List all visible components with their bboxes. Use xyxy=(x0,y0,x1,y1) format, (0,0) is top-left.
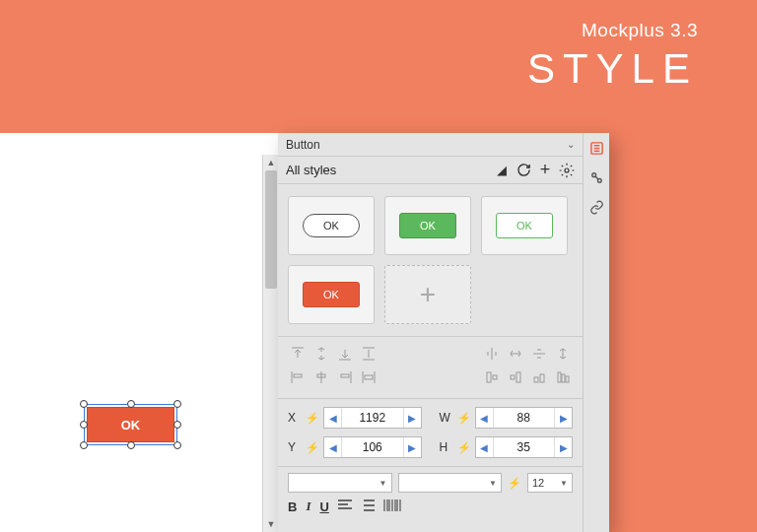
svg-rect-16 xyxy=(487,372,491,382)
svg-rect-8 xyxy=(294,374,302,377)
font-weight-dropdown[interactable]: ▼ xyxy=(398,473,503,493)
style-thumb-orange[interactable]: OK xyxy=(288,265,375,324)
align-v-center-icon[interactable] xyxy=(311,345,331,363)
text-section: ▼ ▼ ⚡ 12▼ B I U xyxy=(278,467,583,520)
canvas[interactable]: OK xyxy=(0,133,278,532)
banner: Mockplus 3.3 STYLE xyxy=(0,0,757,118)
text-align-icon[interactable] xyxy=(338,499,352,514)
gear-icon[interactable] xyxy=(559,163,575,178)
decrement-icon[interactable]: ◀ xyxy=(324,408,342,428)
svg-rect-22 xyxy=(558,372,561,382)
svg-rect-21 xyxy=(540,374,544,382)
increment-icon[interactable]: ▶ xyxy=(554,437,572,457)
svg-rect-15 xyxy=(365,375,373,379)
decrement-icon[interactable]: ◀ xyxy=(476,408,494,428)
alignment-section xyxy=(278,337,583,399)
scroll-thumb[interactable] xyxy=(265,170,277,289)
y-input[interactable]: ◀ 106 ▶ xyxy=(323,436,422,458)
align-left-icon[interactable] xyxy=(288,368,308,386)
banner-title: Mockplus 3.3 xyxy=(0,20,698,41)
w-row: W ⚡ ◀ 88 ▶ xyxy=(440,407,574,429)
refresh-icon[interactable] xyxy=(516,163,531,178)
resize-handle-mr[interactable] xyxy=(173,421,181,429)
plus-icon[interactable]: + xyxy=(537,163,553,178)
triangle-icon[interactable]: ◢ xyxy=(494,163,510,178)
collapse-icon[interactable]: ⌄ xyxy=(567,139,575,150)
button-element[interactable]: OK xyxy=(87,407,174,442)
increment-icon[interactable]: ▶ xyxy=(403,437,421,457)
arrange-1-icon[interactable] xyxy=(482,368,502,386)
svg-rect-23 xyxy=(562,374,565,382)
resize-handle-tl[interactable] xyxy=(80,400,88,408)
decrement-icon[interactable]: ◀ xyxy=(476,437,494,457)
svg-rect-20 xyxy=(534,377,538,382)
bolt-icon[interactable]: ⚡ xyxy=(457,412,471,425)
scroll-down-icon[interactable]: ▼ xyxy=(263,516,279,532)
bold-button[interactable]: B xyxy=(288,499,297,514)
font-size-dropdown[interactable]: 12▼ xyxy=(527,473,573,493)
svg-rect-12 xyxy=(341,374,349,377)
underline-button[interactable]: U xyxy=(319,499,328,514)
dist-h-icon[interactable] xyxy=(482,345,502,363)
interactions-tab-icon[interactable] xyxy=(587,168,605,186)
italic-button[interactable]: I xyxy=(306,499,310,514)
styles-label[interactable]: All styles xyxy=(286,163,336,177)
align-top-icon[interactable] xyxy=(288,345,308,363)
bolt-icon[interactable]: ⚡ xyxy=(457,441,471,454)
selected-element[interactable]: OK xyxy=(84,404,177,445)
coordinates-section: X ⚡ ◀ 1192 ▶ W ⚡ ◀ 88 ▶ Y ⚡ xyxy=(278,399,583,467)
h-row: H ⚡ ◀ 35 ▶ xyxy=(440,436,574,458)
y-row: Y ⚡ ◀ 106 ▶ xyxy=(288,436,422,458)
align-stretch-v-icon[interactable] xyxy=(359,345,378,363)
align-right-icon[interactable] xyxy=(335,368,355,386)
resize-handle-bl[interactable] xyxy=(80,441,88,449)
styles-toolbar: All styles ◢ + xyxy=(278,157,583,184)
align-h-center-icon[interactable] xyxy=(311,368,331,386)
svg-rect-17 xyxy=(493,375,497,379)
arrange-4-icon[interactable] xyxy=(553,368,573,386)
dist-v-space-icon[interactable] xyxy=(553,345,573,363)
line-height-icon[interactable] xyxy=(361,499,375,514)
plus-big-icon: + xyxy=(420,279,436,310)
x-input[interactable]: ◀ 1192 ▶ xyxy=(323,407,422,429)
arrange-2-icon[interactable] xyxy=(506,368,525,386)
dist-h-space-icon[interactable] xyxy=(506,345,525,363)
resize-handle-bc[interactable] xyxy=(127,441,135,449)
w-input[interactable]: ◀ 88 ▶ xyxy=(475,407,574,429)
increment-icon[interactable]: ▶ xyxy=(554,408,572,428)
arrange-3-icon[interactable] xyxy=(529,368,549,386)
bolt-icon[interactable]: ⚡ xyxy=(306,441,319,454)
style-thumb-pill[interactable]: OK xyxy=(288,196,375,255)
font-family-dropdown[interactable]: ▼ xyxy=(288,473,392,493)
h-input[interactable]: ◀ 35 ▶ xyxy=(475,436,574,458)
style-thumb-outline[interactable]: OK xyxy=(481,196,568,255)
panel-sidebar xyxy=(584,133,609,532)
style-thumbnails: OK OK OK OK + xyxy=(278,184,583,337)
align-stretch-h-icon[interactable] xyxy=(359,368,378,386)
style-thumb-green[interactable]: OK xyxy=(384,196,471,255)
vertical-scrollbar[interactable]: ▲ ▼ xyxy=(262,155,278,532)
scroll-up-icon[interactable]: ▲ xyxy=(263,155,279,170)
svg-rect-24 xyxy=(566,376,569,382)
properties-panel: Button ⌄ All styles ◢ + OK OK OK OK + xyxy=(278,133,609,532)
barcode-icon[interactable] xyxy=(383,499,401,514)
banner-subtitle: STYLE xyxy=(0,45,698,93)
resize-handle-tr[interactable] xyxy=(173,400,181,408)
bolt-icon[interactable]: ⚡ xyxy=(306,412,319,425)
properties-tab-icon[interactable] xyxy=(587,139,605,157)
svg-point-43 xyxy=(597,178,601,182)
increment-icon[interactable]: ▶ xyxy=(403,408,421,428)
resize-handle-tc[interactable] xyxy=(127,400,135,408)
svg-rect-18 xyxy=(511,375,515,379)
bolt-icon[interactable]: ⚡ xyxy=(508,477,521,490)
resize-handle-br[interactable] xyxy=(173,441,181,449)
x-row: X ⚡ ◀ 1192 ▶ xyxy=(288,407,422,429)
svg-rect-19 xyxy=(516,372,520,382)
dist-v-icon[interactable] xyxy=(529,345,549,363)
resize-handle-ml[interactable] xyxy=(80,421,88,429)
add-style-button[interactable]: + xyxy=(384,265,471,324)
svg-point-0 xyxy=(565,168,569,172)
decrement-icon[interactable]: ◀ xyxy=(324,437,342,457)
link-tab-icon[interactable] xyxy=(587,198,605,216)
align-bottom-icon[interactable] xyxy=(335,345,355,363)
